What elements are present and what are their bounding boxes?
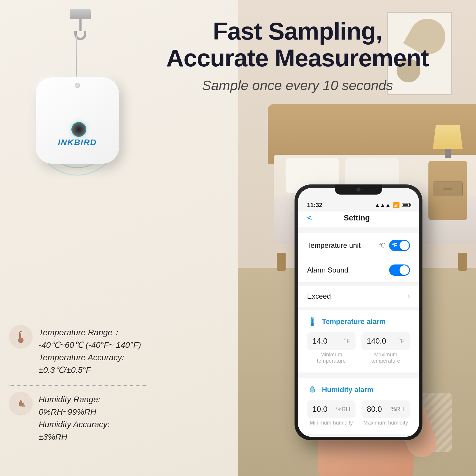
temp-min-unit: °F (344, 338, 350, 345)
device-body: INKBIRD (36, 77, 119, 164)
fahrenheit-toggle[interactable]: °F (389, 240, 410, 251)
humidity-min-unit: %RH (336, 406, 350, 413)
temp-unit-controls: ℃ °F (378, 240, 410, 251)
humidity-max-caption: Maximum humidity (361, 420, 410, 426)
alarm-section-divider (298, 372, 419, 375)
exceed-row[interactable]: Exceed › (298, 283, 419, 307)
phone-nav-bar: < Setting (298, 212, 419, 227)
temp-min-value: 14.0 (312, 336, 328, 346)
temp-accuracy-label: Temperature Accuracy: (39, 351, 141, 364)
settings-section-1: Temperature unit ℃ °F Alarm Sound (298, 233, 419, 283)
status-icons: ▲▲▲ 📶 (375, 201, 410, 209)
alarm-sound-row: Alarm Sound (298, 258, 419, 283)
humidity-min-input[interactable]: 10.0 %RH (307, 400, 356, 418)
nightstand (428, 161, 467, 220)
humidity-icon-container (9, 392, 33, 416)
temp-max-value: 140.0 (367, 336, 386, 346)
temp-max-group: 140.0 °F Maximum temperature (361, 332, 410, 364)
temp-min-caption: Minimum temperature (307, 352, 356, 364)
alarm-sound-toggle[interactable] (389, 264, 410, 276)
main-title: Fast Sampling,Accurate Measurement (149, 18, 446, 71)
humidity-min-value: 10.0 (312, 405, 328, 414)
temperature-alarm-section: Temperature alarm 14.0 °F Minimum temper… (298, 310, 419, 372)
alarm-section-divider-2 (298, 434, 419, 437)
specs-area: Temperature Range： -40℃~60℃ (-40°F~ 140°… (9, 325, 146, 452)
exceed-label: Exceed (307, 292, 331, 300)
alarm-toggle-knob (400, 265, 409, 275)
thermometer-icon-container (9, 325, 33, 349)
temperature-alarm-header: Temperature alarm (307, 316, 410, 327)
temperature-spec-text: Temperature Range： -40℃~60℃ (-40°F~ 140°… (39, 325, 141, 376)
temp-min-group: 14.0 °F Minimum temperature (307, 332, 356, 364)
spec-divider (9, 385, 146, 386)
temp-range-value: -40℃~60℃ (-40°F~ 140°F) (39, 339, 141, 351)
thermometer-icon (14, 330, 27, 343)
alarm-sound-label: Alarm Sound (307, 266, 348, 274)
toggle-knob (400, 241, 409, 250)
humidity-max-unit: %RH (391, 406, 405, 413)
humidity-alarm-header: Humidity alarm (307, 384, 410, 395)
temp-max-input[interactable]: 140.0 °F (361, 332, 410, 350)
temp-min-input[interactable]: 14.0 °F (307, 332, 356, 350)
phone-body: 11:32 ▲▲▲ 📶 < Setting (295, 184, 422, 440)
temp-range-label: Temperature Range： (39, 326, 141, 339)
humidity-alarm-section: Humidity alarm 10.0 %RH Minimum humidity (298, 378, 419, 434)
phone-camera (356, 187, 361, 192)
humidity-range-value: 0%RH~99%RH (39, 406, 110, 418)
chevron-right-icon: › (408, 292, 410, 300)
humidity-spec-text: Humidity Range: 0%RH~99%RH Humidity Accu… (39, 392, 110, 443)
phone-ui: 11:32 ▲▲▲ 📶 < Setting (298, 188, 419, 437)
temp-accuracy-value: ±0.3℃/±0.5°F (39, 364, 141, 376)
temperature-unit-row: Temperature unit ℃ °F (298, 233, 419, 258)
humidity-accuracy-value: ±3%RH (39, 431, 110, 443)
humidity-range-label: Humidity Range: (39, 393, 110, 406)
humidity-alarm-inputs: 10.0 %RH Minimum humidity 80.0 %RH Maxim… (307, 400, 410, 426)
humidity-accuracy-label: Humidity Accuracy: (39, 418, 110, 431)
device-brand-label: INKBIRD (58, 138, 97, 147)
heading-area: Fast Sampling,Accurate Measurement Sampl… (149, 18, 446, 93)
celsius-label: ℃ (378, 242, 386, 249)
humidity-spec: Humidity Range: 0%RH~99%RH Humidity Accu… (9, 392, 146, 443)
signal-icon: ▲▲▲ (375, 202, 391, 208)
phone-screen: 11:32 ▲▲▲ 📶 < Setting (298, 188, 419, 437)
temp-max-unit: °F (399, 338, 405, 345)
wall-hook (68, 9, 92, 45)
phone-container: 11:32 ▲▲▲ 📶 < Setting (295, 184, 422, 476)
svg-rect-2 (20, 333, 21, 340)
humidity-alarm-label: Humidity alarm (322, 386, 373, 394)
humidity-icon (14, 397, 27, 410)
phone-notch (335, 184, 382, 195)
humidity-max-value: 80.0 (367, 405, 382, 414)
humidity-min-caption: Minimum humidity (307, 420, 356, 426)
device-sensor (71, 122, 86, 137)
svg-rect-5 (312, 319, 313, 323)
phone-time: 11:32 (307, 202, 322, 209)
back-button[interactable]: < (307, 213, 312, 223)
humidity-alarm-icon (307, 384, 318, 395)
toggle-f-label: °F (392, 243, 397, 248)
humidity-max-group: 80.0 %RH Maximum humidity (361, 400, 410, 426)
inkbird-device: INKBIRD (24, 68, 131, 181)
humidity-max-input[interactable]: 80.0 %RH (361, 400, 410, 418)
humidity-min-group: 10.0 %RH Minimum humidity (307, 400, 356, 426)
temperature-unit-label: Temperature unit (307, 241, 361, 250)
wifi-icon: 📶 (392, 201, 400, 209)
battery-icon (402, 203, 410, 207)
device-hole (75, 83, 80, 88)
temp-alarm-thermometer-icon (307, 316, 318, 327)
temperature-spec: Temperature Range： -40℃~60℃ (-40°F~ 140°… (9, 325, 146, 376)
subtitle: Sample once every 10 seconds (149, 77, 446, 93)
temperature-alarm-inputs: 14.0 °F Minimum temperature 140.0 °F Max… (307, 332, 410, 364)
temperature-alarm-label: Temperature alarm (322, 317, 386, 326)
temp-max-caption: Maximum temperature (361, 352, 410, 364)
screen-title: Setting (318, 213, 396, 223)
